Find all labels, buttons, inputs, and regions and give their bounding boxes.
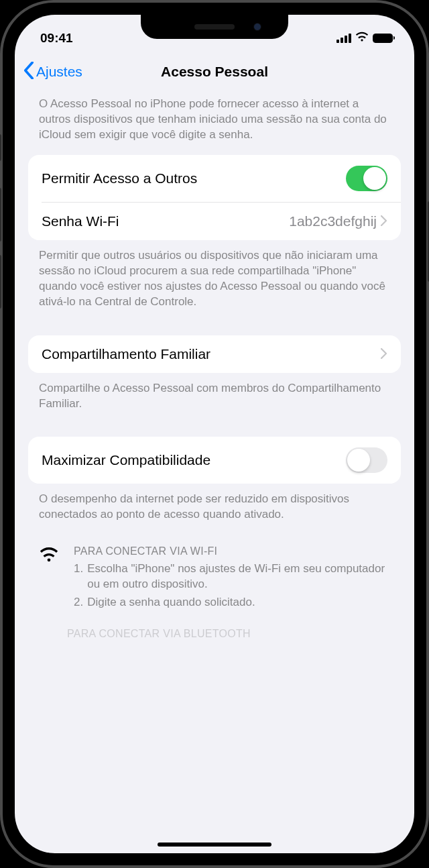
maximize-compat-toggle[interactable] [346,447,387,473]
allow-others-row[interactable]: Permitir Acesso a Outros [28,155,401,202]
content: O Acesso Pessoal no iPhone pode fornecer… [15,90,414,667]
family-sharing-label: Compartilhamento Familiar [42,346,210,362]
wifi-instructions-list: Escolha "iPhone" nos ajustes de Wi-Fi em… [74,561,390,610]
volume-up-button [0,188,1,241]
chevron-right-icon [381,213,387,229]
wifi-instructions: PARA CONECTAR VIA WI-FI Escolha "iPhone"… [15,531,414,613]
wifi-password-row[interactable]: Senha Wi-Fi 1ab2c3defghij [42,202,401,240]
wifi-instructions-header: PARA CONECTAR VIA WI-FI [74,545,390,557]
maximize-compat-row[interactable]: Maximizar Compatibilidade [28,437,401,484]
family-sharing-chevron [381,346,387,362]
maximize-compat-label: Maximizar Compatibilidade [42,452,210,468]
battery-icon [373,34,393,43]
back-label: Ajustes [36,64,82,80]
notch [141,15,288,39]
cellular-signal-icon [336,34,351,43]
front-camera [253,23,261,31]
back-button[interactable]: Ajustes [23,62,82,83]
home-indicator[interactable] [158,843,271,847]
wifi-icon [355,31,369,46]
allow-others-toggle[interactable] [346,166,387,191]
list-item: Escolha "iPhone" nos ajustes de Wi-Fi em… [74,561,390,592]
page-title: Acesso Pessoal [161,64,268,80]
status-indicators [336,31,393,46]
family-sharing-footer: Compartilhe o Acesso Pessoal com membros… [15,373,414,420]
speaker-grille [194,24,235,30]
phone-frame: 09:41 Ajustes Acesso Pessoal O Ac [0,0,429,868]
screen: 09:41 Ajustes Acesso Pessoal O Ac [15,15,414,853]
chevron-left-icon [23,62,35,83]
mute-switch [0,134,1,161]
family-sharing-row[interactable]: Compartilhamento Familiar [28,335,401,373]
wifi-password-value: 1ab2c3defghij [289,213,387,229]
intro-description: O Acesso Pessoal no iPhone pode fornecer… [15,90,414,155]
access-settings-footer: Permitir que outros usuários ou disposit… [15,240,414,318]
nav-bar: Ajustes Acesso Pessoal [15,54,414,90]
bluetooth-instructions-header: PARA CONECTAR VIA BLUETOOTH [15,613,414,640]
volume-down-button [0,255,1,309]
list-item: Digite a senha quando solicitado. [74,595,390,610]
compatibility-group: Maximizar Compatibilidade [28,437,401,484]
access-settings-group: Permitir Acesso a Outros Senha Wi-Fi 1ab… [28,155,401,240]
chevron-right-icon [381,346,387,362]
compatibility-footer: O desempenho da internet pode ser reduzi… [15,484,414,531]
family-sharing-group: Compartilhamento Familiar [28,335,401,373]
allow-others-label: Permitir Acesso a Outros [42,170,197,186]
wifi-password-label: Senha Wi-Fi [42,213,119,229]
status-time: 09:41 [40,31,73,46]
wifi-icon [39,545,62,613]
